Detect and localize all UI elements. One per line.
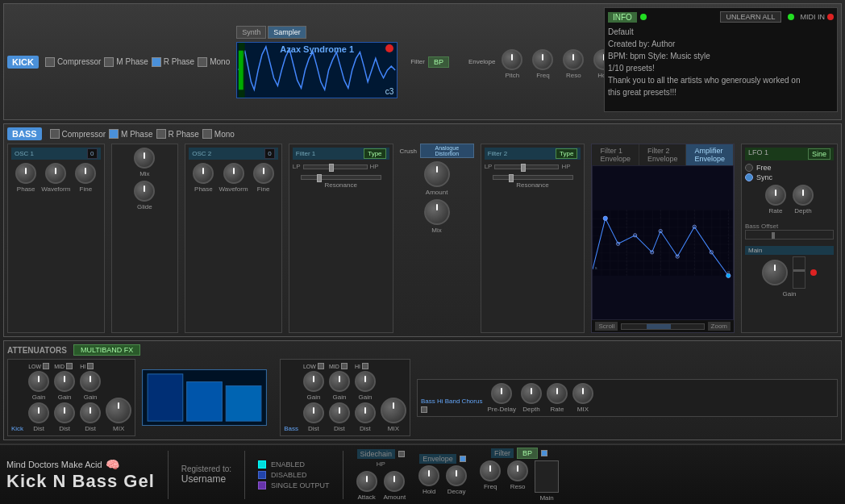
kick-rphase-check[interactable]: R Phase [152,57,194,67]
bass-low-dist-knob[interactable] [303,402,324,423]
reso-knob[interactable] [563,49,584,70]
resonance1-slider[interactable] [301,175,381,180]
bass-rphase-cb[interactable] [156,129,166,139]
kick-mix-knob[interactable] [106,398,131,423]
free-radio-circle[interactable] [745,164,753,172]
bass-low-gain: Gain [303,371,324,401]
lfo-rate-knob[interactable] [765,185,786,206]
kick-compressor-check[interactable]: Compressor [45,57,101,67]
kick-mid-dist-knob[interactable] [54,402,75,423]
chorus-depth-knob[interactable] [521,383,542,404]
lfo-sync-radio[interactable]: Sync [745,173,834,181]
kick-low-cb[interactable] [43,363,49,369]
scroll-btn[interactable]: Scroll [595,322,618,331]
bass-mphase-cb[interactable] [109,129,119,139]
kick-low-gain-knob[interactable] [28,371,49,392]
osc1-waveform-knob[interactable] [45,163,66,184]
sidechain-cb[interactable] [398,451,405,457]
amp-env-tab[interactable]: Amplifier Envelope [686,144,734,165]
osc1-fine-knob[interactable] [75,163,96,184]
bass-mid-gain-knob[interactable] [329,371,350,392]
multiband-fx-btn[interactable]: MULTIBAND FX [73,344,140,356]
env-bottom-bar: Scroll Zoom [592,320,734,332]
resonance2-slider[interactable] [493,175,573,180]
chorus-predelay-knob[interactable] [491,383,512,404]
bass-mono-check[interactable]: Mono [202,129,235,139]
footer-hold-group: Hold [418,465,439,495]
lfo-depth-knob[interactable] [793,185,814,206]
osc2-phase-knob[interactable] [193,163,214,184]
hp-label: HP [377,460,385,468]
unlearn-all-btn[interactable]: UNLEARN ALL [720,11,780,23]
kick-mid-gain-knob[interactable] [54,371,75,392]
kick-low-dist-knob[interactable] [28,402,49,423]
filter1-env-tab[interactable]: Filter 1 Envelope [592,144,639,165]
bass-low-cb[interactable] [318,363,324,369]
osc1-phase-knob[interactable] [15,163,36,184]
footer-hold-knob[interactable] [418,465,439,486]
att-title-bar: ATTENUATORS MULTIBAND FX [7,344,838,356]
kick-mphase-check[interactable]: M Phase [104,57,148,67]
bass-hi-cb[interactable] [362,363,368,369]
pitch-knob[interactable] [502,49,522,70]
bass-compressor-check[interactable]: Compressor [50,129,106,139]
bass-offset-bar[interactable] [745,230,834,240]
bass-mid-cb[interactable] [341,363,348,369]
lfo-free-radio[interactable]: Free [745,164,834,172]
sync-radio-circle[interactable] [745,173,753,181]
kick-checkbox-group: Compressor M Phase R Phase Mono [45,57,230,67]
dist-mix-knob[interactable] [424,199,450,225]
attack-knob-group: Attack [356,471,377,501]
osc2-fine-knob[interactable] [253,163,274,184]
chorus-rate-knob[interactable] [547,383,568,404]
zoom-btn[interactable]: Zoom [708,322,731,331]
footer-freq-knob[interactable] [480,460,501,481]
kick-mid-cb[interactable] [66,363,73,369]
bass-gain-knob[interactable] [762,260,788,285]
filter2-cutoff-slider[interactable] [494,165,559,169]
chorus-cb[interactable] [421,406,427,413]
bass-mono-cb[interactable] [202,129,212,139]
kick-hi-cb[interactable] [87,363,94,369]
footer-reso-knob[interactable] [507,460,528,481]
bass-mid-dist-knob[interactable] [329,402,350,423]
attack-knob[interactable] [356,471,377,492]
rphase-checkbox[interactable] [152,57,161,67]
mix-knob[interactable] [134,148,155,169]
bass-main-fader[interactable] [793,256,805,289]
synth-tab[interactable]: Synth [236,26,266,39]
filter2-env-tab[interactable]: Filter 2 Envelope [639,144,687,165]
footer-env-cb[interactable] [460,456,466,462]
kick-hi-gain-knob[interactable] [80,371,101,392]
bass-rphase-check[interactable]: R Phase [156,129,199,139]
freq-knob[interactable] [532,49,553,70]
kick-mono-check[interactable]: Mono [198,57,230,67]
amount-knob[interactable] [424,161,450,187]
bass-compressor-cb[interactable] [50,129,60,139]
bass-mphase-check[interactable]: M Phase [109,129,152,139]
compressor-checkbox[interactable] [45,57,55,67]
sampler-tab[interactable]: Sampler [268,26,306,39]
footer-amount-knob[interactable] [384,471,405,492]
footer-decay-knob[interactable] [446,465,467,486]
footer-main-fader[interactable] [535,460,559,493]
osc2-waveform-knob[interactable] [223,163,244,184]
footer-bp-btn[interactable]: BP [517,448,538,459]
kick-hi-dist-knob[interactable] [80,402,101,423]
filter1-cutoff-slider[interactable] [303,165,368,169]
osc1-phase-group: Phase [15,163,36,193]
glide-knob[interactable] [134,181,155,202]
env-scroll-bar[interactable] [621,323,704,330]
filter-bp-btn[interactable]: BP [428,56,449,68]
crush-row: Crush Analogue Distortion [400,144,474,158]
filter1-section: Filter 1 Type LP HP Resonance [289,144,393,333]
bass-hi-dist-knob[interactable] [355,402,376,423]
bass-low-gain-knob[interactable] [303,371,324,392]
bass-mix-knob[interactable] [381,398,406,423]
envelope-display[interactable]: S R [592,165,734,320]
bass-hi-gain-knob[interactable] [355,371,376,392]
mono-checkbox[interactable] [198,57,207,67]
chorus-mix-knob[interactable] [572,383,593,404]
mphase-checkbox[interactable] [104,57,114,67]
footer-filter-cb[interactable] [541,450,547,456]
